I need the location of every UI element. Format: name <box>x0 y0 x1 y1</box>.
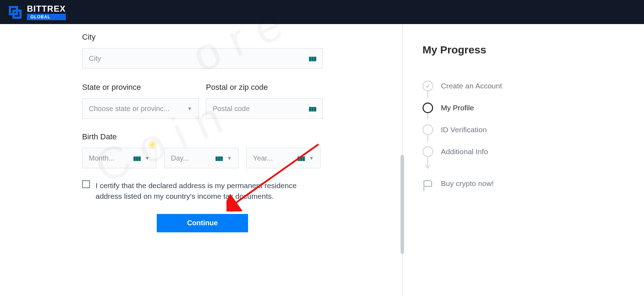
step-label: Buy crypto now! <box>441 179 494 188</box>
progress-step-id-verification: ID Verification <box>422 119 644 141</box>
step-label: Create an Account <box>441 82 502 90</box>
state-label: State or province <box>82 83 199 92</box>
progress-panel: My Progress ✓ Create an Account My Profi… <box>403 24 644 296</box>
step-dot-done: ✓ <box>422 81 433 91</box>
progress-step-my-profile: My Profile <box>422 97 644 119</box>
progress-step-buy-crypto: Buy crypto now! <box>422 173 644 195</box>
progress-step-create-account: ✓ Create an Account <box>422 75 644 97</box>
step-dot-todo <box>422 124 433 135</box>
birth-month-placeholder: Month... <box>89 154 129 162</box>
step-dot-todo <box>422 146 433 157</box>
birth-day-select[interactable]: Day... ▮▮▮ ▼ <box>164 148 238 168</box>
birth-year-placeholder: Year... <box>253 154 293 162</box>
password-manager-icon[interactable]: ▮▮▮ <box>215 155 223 162</box>
continue-button[interactable]: Continue <box>157 214 248 232</box>
password-manager-icon[interactable]: ▮▮▮ <box>309 55 316 62</box>
brand-logo[interactable]: BITTREX GLOBAL <box>7 4 66 20</box>
city-input[interactable] <box>89 54 304 63</box>
chevron-down-icon: ▼ <box>187 106 192 111</box>
chevron-down-icon: ▼ <box>309 155 314 161</box>
brand-name: BITTREX <box>27 4 66 14</box>
step-label: ID Verification <box>441 126 487 134</box>
password-manager-icon[interactable]: ▮▮▮ <box>297 155 305 162</box>
progress-step-additional-info: Additional Info <box>422 141 644 163</box>
city-field[interactable]: ▮▮▮ <box>82 48 323 69</box>
certify-text: I certify that the declared address is m… <box>96 180 323 202</box>
postal-input[interactable] <box>213 105 304 113</box>
password-manager-icon[interactable]: ▮▮▮ <box>309 105 316 112</box>
brand-mark-icon <box>7 4 23 20</box>
certify-checkbox[interactable] <box>82 180 90 188</box>
scrollbar-thumb[interactable] <box>401 155 404 254</box>
city-label: City <box>82 33 402 42</box>
state-placeholder: Choose state or provinc... <box>89 105 183 113</box>
birth-month-select[interactable]: Month... ▮▮▮ ▼ <box>82 148 156 168</box>
step-label: Additional Info <box>441 147 488 156</box>
progress-title: My Progress <box>422 44 644 56</box>
birth-day-placeholder: Day... <box>171 154 211 162</box>
step-dot-current <box>422 103 433 113</box>
chevron-down-icon: ▼ <box>145 155 150 161</box>
progress-steps: ✓ Create an Account My Profile ID Verifi… <box>422 75 644 195</box>
birth-year-select[interactable]: Year... ▮▮▮ ▼ <box>246 148 321 168</box>
step-label: My Profile <box>441 104 474 112</box>
password-manager-icon[interactable]: ▮▮▮ <box>133 155 140 162</box>
profile-form: City ▮▮▮ State or province Choose state … <box>0 24 403 296</box>
postal-label: Postal or zip code <box>206 83 323 92</box>
brand-sub: GLOBAL <box>27 14 66 20</box>
state-select[interactable]: Choose state or provinc... ▼ <box>82 98 199 119</box>
check-icon: ✓ <box>426 83 430 89</box>
flag-icon <box>424 180 432 187</box>
postal-field[interactable]: ▮▮▮ <box>206 98 323 119</box>
birth-label: Birth Date <box>82 132 402 141</box>
app-header: BITTREX GLOBAL <box>0 0 644 24</box>
chevron-down-icon: ▼ <box>227 155 232 161</box>
